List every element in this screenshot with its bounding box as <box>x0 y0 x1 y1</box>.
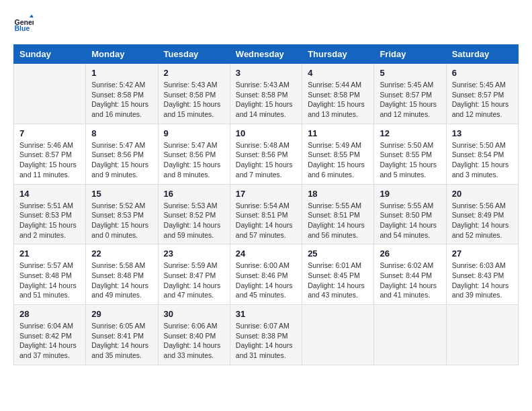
day-info: Sunrise: 5:45 AM Sunset: 8:57 PM Dayligh… <box>452 80 513 120</box>
day-number: 4 <box>308 68 368 78</box>
header-tuesday: Tuesday <box>158 45 230 64</box>
calendar-cell: 22Sunrise: 5:58 AM Sunset: 8:48 PM Dayli… <box>86 244 158 305</box>
calendar-week-5: 28Sunrise: 6:04 AM Sunset: 8:42 PM Dayli… <box>14 305 519 365</box>
calendar-cell <box>374 305 446 365</box>
day-number: 8 <box>91 128 152 138</box>
calendar-cell <box>446 305 518 365</box>
calendar-week-3: 14Sunrise: 5:51 AM Sunset: 8:53 PM Dayli… <box>14 184 519 244</box>
day-number: 3 <box>236 68 296 78</box>
calendar-cell: 28Sunrise: 6:04 AM Sunset: 8:42 PM Dayli… <box>14 305 86 365</box>
day-info: Sunrise: 5:42 AM Sunset: 8:58 PM Dayligh… <box>91 80 152 120</box>
day-number: 13 <box>452 128 513 138</box>
svg-text:Blue: Blue <box>15 24 30 32</box>
calendar-cell: 10Sunrise: 5:48 AM Sunset: 8:56 PM Dayli… <box>230 124 302 184</box>
day-number: 5 <box>380 68 440 78</box>
day-number: 10 <box>236 128 296 138</box>
day-info: Sunrise: 5:47 AM Sunset: 8:56 PM Dayligh… <box>164 140 224 180</box>
day-number: 16 <box>164 189 224 199</box>
day-info: Sunrise: 5:45 AM Sunset: 8:57 PM Dayligh… <box>380 80 440 120</box>
calendar-cell: 8Sunrise: 5:47 AM Sunset: 8:56 PM Daylig… <box>86 124 158 184</box>
day-info: Sunrise: 5:50 AM Sunset: 8:55 PM Dayligh… <box>380 140 440 180</box>
calendar-cell: 15Sunrise: 5:52 AM Sunset: 8:53 PM Dayli… <box>86 184 158 244</box>
calendar-cell: 20Sunrise: 5:56 AM Sunset: 8:49 PM Dayli… <box>446 184 518 244</box>
calendar-cell: 29Sunrise: 6:05 AM Sunset: 8:41 PM Dayli… <box>86 305 158 365</box>
day-info: Sunrise: 5:49 AM Sunset: 8:55 PM Dayligh… <box>308 140 368 180</box>
calendar-week-2: 7Sunrise: 5:46 AM Sunset: 8:57 PM Daylig… <box>14 124 519 184</box>
page-header: General Blue <box>13 13 519 34</box>
calendar-cell: 9Sunrise: 5:47 AM Sunset: 8:56 PM Daylig… <box>158 124 230 184</box>
calendar-cell: 16Sunrise: 5:53 AM Sunset: 8:52 PM Dayli… <box>158 184 230 244</box>
day-number: 26 <box>380 248 440 259</box>
calendar-week-4: 21Sunrise: 5:57 AM Sunset: 8:48 PM Dayli… <box>14 244 519 305</box>
day-number: 30 <box>164 309 224 319</box>
calendar-cell: 12Sunrise: 5:50 AM Sunset: 8:55 PM Dayli… <box>374 124 446 184</box>
day-info: Sunrise: 5:59 AM Sunset: 8:47 PM Dayligh… <box>164 261 224 300</box>
day-info: Sunrise: 5:54 AM Sunset: 8:51 PM Dayligh… <box>236 201 296 240</box>
day-info: Sunrise: 6:07 AM Sunset: 8:38 PM Dayligh… <box>236 321 296 361</box>
calendar-cell: 6Sunrise: 5:45 AM Sunset: 8:57 PM Daylig… <box>446 64 518 124</box>
calendar-cell: 24Sunrise: 6:00 AM Sunset: 8:46 PM Dayli… <box>230 244 302 305</box>
day-info: Sunrise: 5:52 AM Sunset: 8:53 PM Dayligh… <box>91 201 152 240</box>
logo: General Blue <box>13 13 34 34</box>
day-number: 24 <box>236 248 296 259</box>
day-info: Sunrise: 6:03 AM Sunset: 8:43 PM Dayligh… <box>452 261 513 300</box>
day-number: 23 <box>164 248 224 259</box>
day-number: 20 <box>452 189 513 199</box>
day-number: 22 <box>91 248 152 259</box>
day-number: 27 <box>452 248 513 259</box>
calendar-cell: 11Sunrise: 5:49 AM Sunset: 8:55 PM Dayli… <box>302 124 374 184</box>
calendar-cell: 5Sunrise: 5:45 AM Sunset: 8:57 PM Daylig… <box>374 64 446 124</box>
day-number: 2 <box>164 68 224 78</box>
calendar-cell: 2Sunrise: 5:43 AM Sunset: 8:58 PM Daylig… <box>158 64 230 124</box>
calendar-cell: 7Sunrise: 5:46 AM Sunset: 8:57 PM Daylig… <box>14 124 86 184</box>
calendar-cell: 26Sunrise: 6:02 AM Sunset: 8:44 PM Dayli… <box>374 244 446 305</box>
day-info: Sunrise: 5:47 AM Sunset: 8:56 PM Dayligh… <box>91 140 152 180</box>
calendar-cell: 21Sunrise: 5:57 AM Sunset: 8:48 PM Dayli… <box>14 244 86 305</box>
day-number: 19 <box>380 189 440 199</box>
calendar-cell: 3Sunrise: 5:43 AM Sunset: 8:58 PM Daylig… <box>230 64 302 124</box>
day-number: 9 <box>164 128 224 138</box>
day-info: Sunrise: 6:06 AM Sunset: 8:40 PM Dayligh… <box>164 321 224 361</box>
day-info: Sunrise: 5:58 AM Sunset: 8:48 PM Dayligh… <box>91 261 152 300</box>
day-number: 12 <box>380 128 440 138</box>
day-number: 7 <box>19 128 80 138</box>
header-thursday: Thursday <box>302 45 374 64</box>
day-info: Sunrise: 5:43 AM Sunset: 8:58 PM Dayligh… <box>164 80 224 120</box>
day-number: 28 <box>19 309 80 319</box>
svg-marker-2 <box>30 15 34 18</box>
day-number: 15 <box>91 189 152 199</box>
calendar-cell: 13Sunrise: 5:50 AM Sunset: 8:54 PM Dayli… <box>446 124 518 184</box>
calendar-cell <box>14 64 86 124</box>
day-info: Sunrise: 5:57 AM Sunset: 8:48 PM Dayligh… <box>19 261 80 300</box>
day-info: Sunrise: 5:53 AM Sunset: 8:52 PM Dayligh… <box>164 201 224 240</box>
calendar-header-row: SundayMondayTuesdayWednesdayThursdayFrid… <box>14 45 519 64</box>
day-info: Sunrise: 6:04 AM Sunset: 8:42 PM Dayligh… <box>19 321 80 361</box>
day-info: Sunrise: 6:00 AM Sunset: 8:46 PM Dayligh… <box>236 261 296 300</box>
calendar-table: SundayMondayTuesdayWednesdayThursdayFrid… <box>13 44 519 365</box>
calendar-cell: 31Sunrise: 6:07 AM Sunset: 8:38 PM Dayli… <box>230 305 302 365</box>
calendar-cell: 14Sunrise: 5:51 AM Sunset: 8:53 PM Dayli… <box>14 184 86 244</box>
day-info: Sunrise: 6:01 AM Sunset: 8:45 PM Dayligh… <box>308 261 368 300</box>
day-number: 25 <box>308 248 368 259</box>
calendar-cell <box>302 305 374 365</box>
day-info: Sunrise: 5:43 AM Sunset: 8:58 PM Dayligh… <box>236 80 296 120</box>
day-number: 6 <box>452 68 513 78</box>
calendar-cell: 17Sunrise: 5:54 AM Sunset: 8:51 PM Dayli… <box>230 184 302 244</box>
day-info: Sunrise: 5:55 AM Sunset: 8:51 PM Dayligh… <box>308 201 368 240</box>
day-info: Sunrise: 5:51 AM Sunset: 8:53 PM Dayligh… <box>19 201 80 240</box>
day-number: 17 <box>236 189 296 199</box>
day-info: Sunrise: 5:50 AM Sunset: 8:54 PM Dayligh… <box>452 140 513 180</box>
day-number: 11 <box>308 128 368 138</box>
day-info: Sunrise: 5:46 AM Sunset: 8:57 PM Dayligh… <box>19 140 80 180</box>
day-number: 31 <box>236 309 296 319</box>
day-number: 21 <box>19 248 80 259</box>
calendar-cell: 30Sunrise: 6:06 AM Sunset: 8:40 PM Dayli… <box>158 305 230 365</box>
calendar-cell: 1Sunrise: 5:42 AM Sunset: 8:58 PM Daylig… <box>86 64 158 124</box>
calendar-cell: 18Sunrise: 5:55 AM Sunset: 8:51 PM Dayli… <box>302 184 374 244</box>
day-info: Sunrise: 5:55 AM Sunset: 8:50 PM Dayligh… <box>380 201 440 240</box>
day-info: Sunrise: 5:56 AM Sunset: 8:49 PM Dayligh… <box>452 201 513 240</box>
day-number: 14 <box>19 189 80 199</box>
calendar-week-1: 1Sunrise: 5:42 AM Sunset: 8:58 PM Daylig… <box>14 64 519 124</box>
calendar-cell: 23Sunrise: 5:59 AM Sunset: 8:47 PM Dayli… <box>158 244 230 305</box>
calendar-cell: 4Sunrise: 5:44 AM Sunset: 8:58 PM Daylig… <box>302 64 374 124</box>
